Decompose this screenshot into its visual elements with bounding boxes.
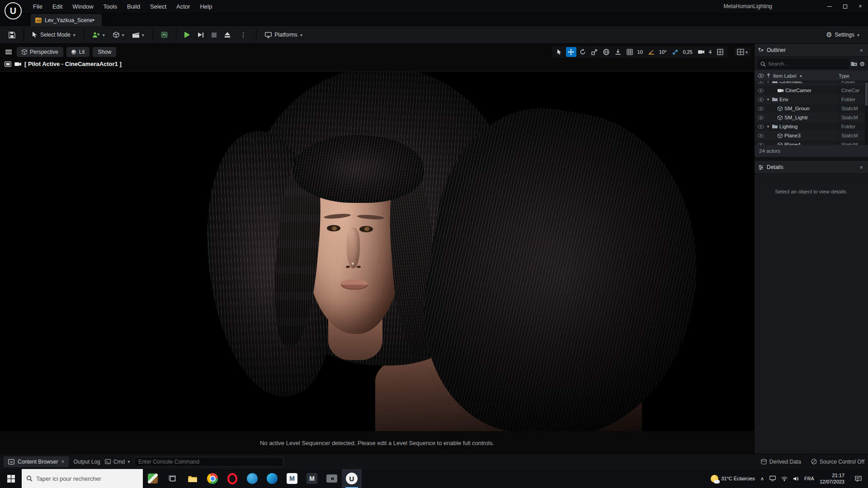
output-log-tab[interactable]: Output Log: [73, 459, 100, 465]
tray-expand-button[interactable]: ∧: [760, 469, 764, 488]
details-header[interactable]: Details ×: [755, 161, 868, 174]
perspective-dropdown[interactable]: Perspective: [17, 47, 63, 57]
m-app-dark-button[interactable]: M: [302, 469, 322, 488]
maximize-button[interactable]: [837, 0, 853, 13]
world-local-toggle[interactable]: [601, 47, 612, 57]
taskbar-clock[interactable]: 21:17 12/07/2023: [820, 472, 844, 485]
blueprints-dropdown[interactable]: ▾: [110, 29, 127, 40]
level-tab[interactable]: Lev_Yazkua_Scene•: [31, 14, 102, 26]
menu-file[interactable]: File: [28, 0, 47, 13]
cmd-dropdown[interactable]: Cmd ▾: [105, 459, 130, 465]
visibility-eye-icon[interactable]: [758, 143, 764, 145]
scale-snap-value[interactable]: 0,25: [682, 49, 694, 55]
visibility-eye-icon[interactable]: [758, 116, 764, 120]
visibility-eye-icon[interactable]: [758, 89, 764, 93]
create-folder-icon[interactable]: [851, 61, 857, 66]
camera-speed-value[interactable]: 4: [708, 49, 714, 55]
menu-select[interactable]: Select: [145, 0, 171, 13]
outliner-row-cinematic[interactable]: ▾ Cinematic Folder: [755, 81, 868, 86]
visibility-eye-icon[interactable]: [758, 98, 764, 102]
visibility-eye-icon[interactable]: [758, 107, 764, 111]
rotation-snap-toggle[interactable]: [646, 47, 657, 57]
scale-tool[interactable]: [590, 47, 600, 57]
outliner-header[interactable]: Outliner ×: [755, 44, 868, 57]
pin-column-icon[interactable]: [767, 73, 770, 78]
expander-icon[interactable]: ▾: [766, 97, 770, 102]
outliner-close-button[interactable]: ×: [858, 47, 864, 54]
language-indicator[interactable]: FRA: [804, 469, 814, 488]
menu-edit[interactable]: Edit: [47, 0, 67, 13]
select-tool[interactable]: [554, 47, 565, 57]
outliner-row-plane4[interactable]: Plane4 StaticM: [755, 140, 868, 145]
start-button[interactable]: [0, 469, 22, 488]
expander-icon[interactable]: ▾: [766, 81, 770, 84]
opera-button[interactable]: [222, 469, 242, 488]
grid-snap-toggle[interactable]: [625, 47, 635, 57]
content-browser-tab[interactable]: Content Browser ×: [4, 456, 69, 467]
close-button[interactable]: ×: [853, 0, 868, 13]
maximize-viewport-button[interactable]: [715, 47, 726, 57]
settings-dropdown[interactable]: ⚙ Settings ▾: [823, 28, 863, 41]
camera-speed-button[interactable]: [696, 47, 707, 57]
outliner-scrollbar[interactable]: [865, 81, 868, 145]
taskbar-search-box[interactable]: [22, 469, 143, 488]
surface-snap-toggle[interactable]: [613, 47, 623, 57]
outliner-row-cinecamera[interactable]: CineCamer CineCar: [755, 86, 868, 95]
column-item-label[interactable]: Item Label: [773, 73, 796, 79]
taskbar-search-input[interactable]: [36, 475, 138, 482]
chrome-button[interactable]: [203, 469, 222, 488]
tray-volume-button[interactable]: [793, 469, 799, 488]
move-tool[interactable]: [566, 47, 576, 57]
outliner-row-sm-ground[interactable]: SM_Groun StaticM: [755, 104, 868, 113]
content-browser-close-icon[interactable]: ×: [61, 459, 64, 465]
outliner-settings-icon[interactable]: ⚙: [859, 61, 865, 67]
menu-window[interactable]: Window: [67, 0, 98, 13]
screenshot-tool-button[interactable]: [322, 469, 342, 488]
toolbar-extra-button[interactable]: [158, 29, 171, 40]
outliner-search-input[interactable]: [758, 59, 849, 69]
source-control-button[interactable]: Source Control Off: [811, 459, 864, 465]
action-center-button[interactable]: [850, 476, 866, 482]
menu-tools[interactable]: Tools: [99, 0, 122, 13]
viewport-render[interactable]: [0, 71, 754, 431]
stop-button[interactable]: [208, 30, 220, 40]
outliner-row-env[interactable]: ▾ Env Folder: [755, 95, 868, 104]
visibility-eye-icon[interactable]: [758, 81, 764, 84]
scale-snap-toggle[interactable]: [670, 47, 680, 57]
panel-splitter[interactable]: [755, 157, 868, 161]
show-dropdown[interactable]: Show: [93, 47, 116, 57]
eject-button[interactable]: [222, 30, 233, 40]
derived-data-button[interactable]: Derived Data: [761, 459, 801, 465]
lit-dropdown[interactable]: Lit: [66, 47, 90, 57]
tray-display-button[interactable]: [769, 469, 776, 488]
console-command-input[interactable]: [134, 457, 283, 467]
visibility-eye-icon[interactable]: [758, 125, 764, 129]
file-explorer-button[interactable]: [183, 469, 203, 488]
add-actor-dropdown[interactable]: ▾: [89, 29, 108, 40]
expander-icon[interactable]: ▾: [766, 124, 770, 129]
cinematics-dropdown[interactable]: ▾: [129, 30, 147, 40]
save-button[interactable]: [5, 29, 19, 41]
minimize-button[interactable]: [822, 0, 837, 13]
m-app-light-button[interactable]: M: [282, 469, 302, 488]
blue-app-button[interactable]: [242, 469, 262, 488]
tray-network-button[interactable]: [781, 469, 788, 488]
play-options-button[interactable]: ⋮: [235, 29, 251, 41]
column-type[interactable]: Type: [839, 73, 865, 79]
grid-snap-value[interactable]: 10: [637, 49, 645, 55]
weather-widget[interactable]: 31°C Éclaircies: [711, 469, 755, 488]
play-button[interactable]: [181, 29, 193, 40]
level-viewport[interactable]: Perspective Lit Show: [0, 44, 754, 454]
platforms-dropdown[interactable]: Platforms ▾: [262, 29, 306, 40]
menu-build[interactable]: Build: [122, 0, 145, 13]
rotate-tool[interactable]: [578, 47, 588, 57]
task-view-button[interactable]: [163, 469, 183, 488]
outliner-row-plane3[interactable]: Plane3 StaticM: [755, 131, 868, 140]
viewport-layout-dropdown[interactable]: ▾: [734, 47, 750, 56]
select-mode-dropdown[interactable]: Select Mode ▾: [29, 29, 79, 40]
scrollbar-thumb[interactable]: [865, 82, 868, 106]
rotation-snap-value[interactable]: 10°: [658, 49, 669, 55]
details-close-button[interactable]: ×: [858, 164, 864, 171]
edge-button[interactable]: [262, 469, 282, 488]
outliner-row-lighting[interactable]: ▾ Lighting Folder: [755, 122, 868, 131]
